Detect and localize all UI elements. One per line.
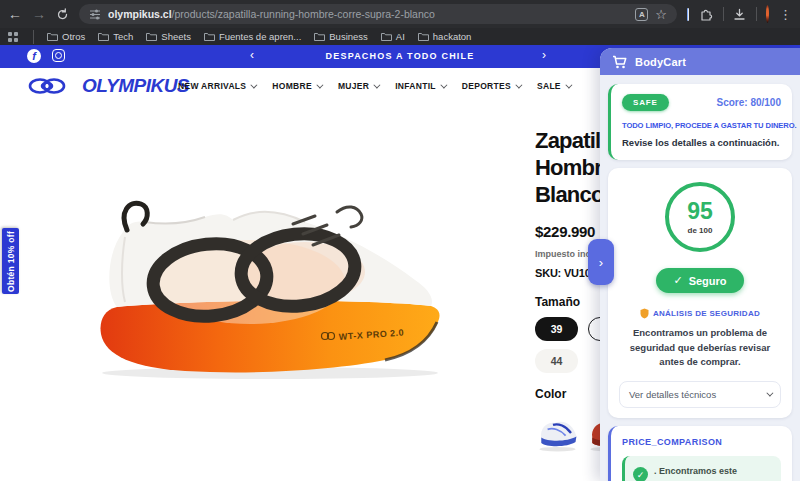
- summary-subheadline: Revise los detalles a continuación.: [622, 137, 781, 148]
- bodycart-body: SAFE Score: 80/100 TODO LIMPIO, PROCEDE …: [600, 75, 800, 481]
- panel-collapse-handle[interactable]: ›: [588, 239, 614, 285]
- bodycart-header: BodyCart: [600, 48, 800, 75]
- price-comparison-title: PRICE_COMPARISON: [622, 437, 781, 447]
- bookmark-label: hackaton: [433, 31, 472, 42]
- chevron-down-icon: [251, 81, 258, 88]
- nav-label: DEPORTES: [462, 81, 511, 91]
- url-domain: olympikus.cl: [108, 8, 172, 20]
- score-text: Score: 80/100: [717, 97, 782, 108]
- bookmark-folder-ai[interactable]: AI: [381, 31, 405, 42]
- nav-label: NEW ARRIVALS: [178, 81, 246, 91]
- bookmark-folder-sheets[interactable]: Sheets: [146, 31, 191, 42]
- bookmark-folder-fuentes[interactable]: Fuentes de apren...: [204, 31, 301, 42]
- safe-badge: SAFE: [622, 94, 669, 111]
- nav-infantil[interactable]: INFANTIL: [395, 81, 445, 91]
- nav-label: INFANTIL: [395, 81, 436, 91]
- summary-headline: TODO LIMPIO, PROCEDE A GASTAR TU DINERO.: [622, 121, 781, 130]
- check-circle-icon: ✓: [633, 467, 648, 481]
- check-glyph: ✓: [637, 470, 645, 480]
- bookmark-folder-hackaton[interactable]: hackaton: [418, 31, 472, 42]
- security-score-card: 95 de 100 ✓ Seguro ANÁLISIS DE SEGURIDAD…: [608, 168, 792, 418]
- forward-icon[interactable]: →: [32, 7, 46, 21]
- bookmark-folder-business[interactable]: Business: [314, 31, 368, 42]
- browser-toolbar: ← → olympikus.cl/products/zapatilla-runn…: [0, 0, 800, 28]
- bookmark-label: AI: [396, 31, 405, 42]
- color-swatch-blue[interactable]: [535, 413, 580, 453]
- bookmarks-bar: Otros Tech Sheets Fuentes de apren... Bu…: [0, 28, 800, 45]
- price-comparison-card: PRICE_COMPARISON ✓ . Encontramos este pr…: [608, 426, 792, 481]
- chevron-down-icon: [316, 81, 323, 88]
- olympikus-logo[interactable]: OLYMPIKUS: [28, 75, 189, 97]
- menu-dots-icon[interactable]: ⋮: [779, 7, 792, 22]
- logo-text: OLYMPIKUS: [82, 75, 189, 97]
- secure-button[interactable]: ✓ Seguro: [656, 268, 743, 293]
- secure-label: Seguro: [689, 275, 727, 287]
- nav-hombre[interactable]: HOMBRE: [272, 81, 321, 91]
- nav-label: SALE: [537, 81, 561, 91]
- bookmark-label: Fuentes de apren...: [219, 31, 301, 42]
- price-comparison-text: . Encontramos este producto en otras 4 t…: [654, 465, 773, 481]
- browser-window: ← → olympikus.cl/products/zapatilla-runn…: [0, 0, 800, 481]
- chevron-down-icon: [374, 81, 381, 88]
- site-info-icon[interactable]: [89, 8, 101, 20]
- chevron-right-icon: ›: [599, 255, 603, 270]
- olympikus-rings-icon: [28, 75, 74, 97]
- url-path: /products/zapatilla-running-hombre-corre…: [172, 8, 435, 20]
- technical-details-toggle[interactable]: Ver detalles técnicos: [619, 381, 781, 408]
- bodycart-title: BodyCart: [635, 56, 686, 68]
- check-icon: ✓: [673, 274, 682, 287]
- promo-badge[interactable]: Obtén 10% off: [2, 228, 19, 294]
- analysis-title: ANÁLISIS DE SEGURIDAD: [653, 309, 760, 318]
- analysis-text: Encontramos un problema de seguridad que…: [619, 326, 781, 370]
- bookmark-label: Tech: [113, 31, 133, 42]
- bookmark-label: Business: [329, 31, 368, 42]
- bookmark-star-icon[interactable]: ☆: [655, 7, 667, 22]
- nav-new-arrivals[interactable]: NEW ARRIVALS: [178, 81, 255, 91]
- announcement-next-icon[interactable]: ›: [542, 48, 546, 62]
- shield-icon: [640, 308, 649, 319]
- nav-label: HOMBRE: [272, 81, 312, 91]
- size-option-39[interactable]: 39: [535, 317, 578, 341]
- chevron-down-icon: [766, 390, 773, 397]
- bodycart-panel: BodyCart SAFE Score: 80/100 TODO LIMPIO,…: [600, 48, 800, 481]
- bookmark-label: Sheets: [161, 31, 191, 42]
- product-image: WT-X PRO 2.0: [55, 112, 515, 386]
- profile-avatar[interactable]: [766, 5, 769, 23]
- cart-icon: [612, 55, 627, 69]
- score-scale: de 100: [688, 226, 713, 235]
- back-icon[interactable]: ←: [8, 7, 22, 21]
- bookmark-label: Otros: [62, 31, 85, 42]
- address-bar[interactable]: olympikus.cl/products/zapatilla-running-…: [79, 4, 677, 24]
- nav-deportes[interactable]: DEPORTES: [462, 81, 520, 91]
- bookmarks-separator: [33, 30, 34, 44]
- score-ring: 95 de 100: [665, 182, 735, 252]
- safety-summary-card: SAFE Score: 80/100 TODO LIMPIO, PROCEDE …: [608, 84, 792, 160]
- docs-extension-icon[interactable]: [687, 8, 689, 21]
- score-value: 95: [687, 200, 713, 223]
- bookmark-folder-tech[interactable]: Tech: [98, 31, 133, 42]
- apps-grid-icon[interactable]: [8, 32, 18, 42]
- nav-sale[interactable]: SALE: [537, 81, 570, 91]
- details-label: Ver detalles técnicos: [629, 389, 716, 400]
- price-comparison-box: ✓ . Encontramos este producto en otras 4…: [622, 456, 781, 481]
- nav-label: MUJER: [338, 81, 369, 91]
- nav-mujer[interactable]: MUJER: [338, 81, 378, 91]
- translate-icon[interactable]: A: [635, 8, 648, 21]
- download-icon[interactable]: [733, 8, 746, 21]
- chevron-down-icon: [565, 81, 572, 88]
- main-nav: NEW ARRIVALS HOMBRE MUJER INFANTIL DEPOR…: [178, 81, 570, 91]
- chevron-down-icon: [440, 81, 447, 88]
- reload-icon[interactable]: [56, 8, 69, 21]
- url-text[interactable]: olympikus.cl/products/zapatilla-running-…: [108, 8, 435, 20]
- analysis-title-row: ANÁLISIS DE SEGURIDAD: [640, 308, 760, 319]
- size-option-44[interactable]: 44: [535, 349, 578, 373]
- chevron-down-icon: [515, 81, 522, 88]
- bookmark-folder-otros[interactable]: Otros: [47, 31, 85, 42]
- extensions-puzzle-icon[interactable]: [699, 7, 713, 21]
